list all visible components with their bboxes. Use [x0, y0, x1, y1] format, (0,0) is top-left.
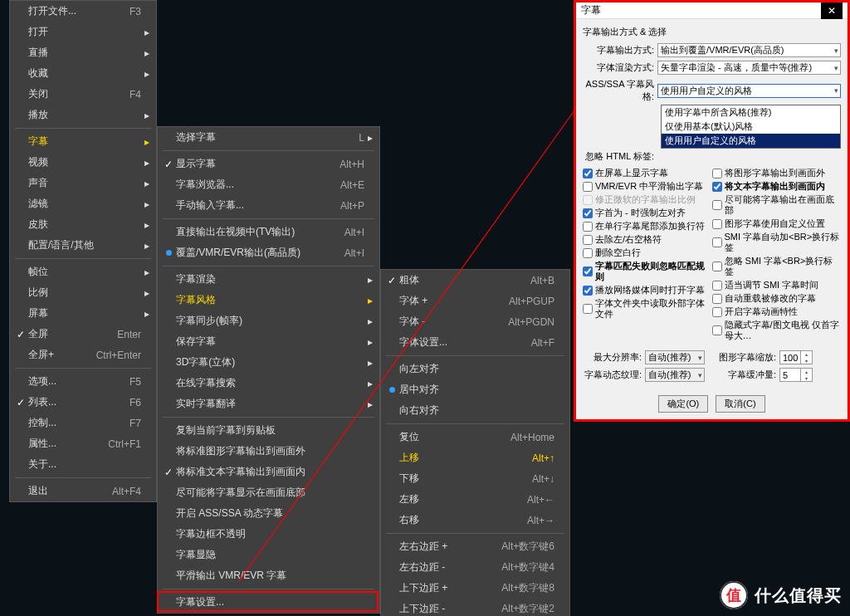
checkbox-option[interactable]: 字首为 - 时强制左对齐 [583, 208, 712, 218]
subtitle-menu-item[interactable]: 实时字幕翻译▸ [158, 394, 379, 414]
main-menu-item[interactable]: ✓列表...F6 [10, 392, 156, 413]
checkbox-option[interactable]: 尽可能将字幕输出在画面底部 [712, 194, 842, 216]
subtitle-menu-item[interactable]: ✓将标准文本字幕输出到画面内 [158, 462, 379, 482]
subtitle-menu-item[interactable]: 平滑输出 VMR/EVR 字幕 [158, 565, 379, 586]
style-menu-item[interactable]: 左右边距 -Alt+数字键4 [381, 557, 569, 578]
main-menu-item[interactable]: 比例▸ [10, 282, 156, 303]
spinner-buffer[interactable]: 5▴▾ [779, 368, 813, 382]
subtitle-menu-item[interactable]: 直接输出在视频中(TV输出)Alt+I [158, 222, 379, 242]
main-menu-item[interactable]: 滤镜▸ [10, 193, 156, 214]
checkbox-option[interactable]: 在屏幕上显示字幕 [583, 168, 712, 178]
subtitle-menu-item[interactable]: 字幕渲染▸ [158, 269, 379, 290]
checkbox-option[interactable]: 忽略 SMI 字幕<BR>换行标签 [712, 256, 842, 277]
subtitle-menu-item[interactable]: 将标准图形字幕输出到画面外 [158, 441, 379, 462]
subtitle-menu-item[interactable]: 复制当前字幕到剪贴板 [158, 420, 379, 441]
dropdown-option[interactable]: 仅使用基本(默认)风格 [662, 120, 840, 134]
main-menu-item[interactable]: 打开▸ [10, 22, 156, 42]
subtitle-menu-item[interactable]: 3D字幕(立体)▸ [158, 352, 379, 373]
subtitle-menu-item[interactable]: 选择字幕L▸ [158, 127, 379, 148]
checkbox-option[interactable]: 适当调节 SMI 字幕时间 [712, 280, 842, 291]
style-menu-item[interactable]: 居中对齐 [381, 379, 569, 400]
style-menu-item[interactable]: 上下边距 -Alt+数字键2 [381, 599, 569, 616]
subtitle-menu-item[interactable]: 字幕浏览器...Alt+E [158, 174, 379, 195]
checkbox-option[interactable]: 开启字幕动画特性 [712, 306, 842, 317]
checkbox-grid: 在屏幕上显示字幕VMR/EVR 中平滑输出字幕修正微软的字幕输出比例字首为 - … [583, 168, 841, 344]
subtitle-menu-item[interactable]: 开启 ASS/SSA 动态字幕 [158, 503, 379, 524]
select-ass-style[interactable]: 使用用户自定义的风格▾ [657, 84, 841, 98]
main-menu-item[interactable]: 全屏+Ctrl+Enter [10, 345, 156, 365]
subtitle-menu-item[interactable]: 覆盖/VMR/EVR输出(高品质)Alt+I [158, 242, 379, 263]
style-menu-item[interactable]: 左右边距 +Alt+数字键6 [381, 536, 569, 557]
subtitle-menu-item[interactable]: 手动输入字幕...Alt+P [158, 195, 379, 216]
select-output-method[interactable]: 输出到覆盖/VMR/EVR(高品质)▾ [657, 43, 841, 57]
style-menu-item[interactable]: ✓粗体Alt+B [381, 270, 569, 291]
style-menu-item[interactable]: 向右对齐 [381, 400, 569, 421]
main-menu-item[interactable]: 皮肤▸ [10, 214, 156, 235]
dropdown-ass-style-options[interactable]: 使用字幕中所含风格(推荐) 仅使用基本(默认)风格 使用用户自定义的风格 [661, 105, 841, 149]
spinner-scale[interactable]: 100▴▾ [779, 350, 813, 364]
main-menu-item[interactable]: 关于... [10, 454, 156, 475]
main-menu-item[interactable]: 打开文件...F3 [10, 1, 156, 22]
style-menu-item[interactable]: 字体 -Alt+PGDN [381, 311, 569, 332]
checkbox-option[interactable]: 自动重载被修改的字幕 [712, 293, 842, 304]
checkbox-option[interactable]: 字幕匹配失败则忽略匹配规则 [583, 261, 712, 282]
dialog-titlebar: 字幕 ✕ [576, 2, 848, 19]
row-ass-style: ASS/SSA 字幕风格: 使用用户自定义的风格▾ [583, 78, 841, 103]
dropdown-option[interactable]: 使用字幕中所含风格(推荐) [662, 105, 840, 120]
style-menu-item[interactable]: 上移Alt+↑ [381, 447, 569, 468]
main-menu-item[interactable]: 字幕▸ [10, 131, 156, 152]
checkbox-option[interactable]: 在单行字幕尾部添加换行符 [583, 221, 712, 232]
style-menu-item[interactable]: 字体 +Alt+PGUP [381, 291, 569, 311]
subtitle-menu-item[interactable]: 字幕风格▸ [158, 290, 379, 310]
style-menu-item[interactable]: 下移Alt+↓ [381, 468, 569, 489]
main-menu-item[interactable]: 控制...F7 [10, 413, 156, 433]
ok-button[interactable]: 确定(O) [658, 395, 708, 413]
subtitle-menu-item[interactable]: 保存字幕▸ [158, 331, 379, 352]
checkbox-option[interactable]: 去除左/右空格符 [583, 234, 712, 245]
dialog-section-label: 字幕输出方式 & 选择 [583, 26, 841, 38]
subtitle-menu-item[interactable]: 字幕显隐 [158, 545, 379, 565]
checkbox-option[interactable]: 将图形字幕输出到画面外 [712, 168, 842, 178]
main-menu-item[interactable]: 属性...Ctrl+F1 [10, 433, 156, 454]
main-menu-item[interactable]: ✓全屏Enter [10, 324, 156, 345]
main-menu-item[interactable]: 播放▸ [10, 105, 156, 125]
style-menu-item[interactable]: 字体设置...Alt+F [381, 332, 569, 353]
checkbox-option[interactable]: 删除空白行 [583, 247, 712, 258]
style-menu-item[interactable]: 右移Alt+→ [381, 510, 569, 530]
subtitle-menu-item[interactable]: 在线字幕搜索▸ [158, 373, 379, 394]
checkbox-option[interactable]: 将文本字幕输出到画面内 [712, 181, 842, 192]
checkbox-option[interactable]: SMI 字幕自动加<BR>换行标签 [712, 232, 842, 253]
main-menu-item[interactable]: 视频▸ [10, 152, 156, 173]
close-icon[interactable]: ✕ [821, 2, 843, 19]
checkbox-option[interactable]: 字体文件夹中读取外部字体文件 [583, 298, 712, 320]
checkbox-option[interactable]: 修正微软的字幕输出比例 [583, 194, 712, 205]
checkbox-option[interactable]: VMR/EVR 中平滑输出字幕 [583, 181, 712, 192]
main-menu-item[interactable]: 声音▸ [10, 173, 156, 193]
style-menu-item[interactable]: 上下边距 +Alt+数字键8 [381, 578, 569, 599]
style-menu-item[interactable]: 复位Alt+Home [381, 427, 569, 447]
subtitle-menu-item[interactable]: 字幕同步(帧率)▸ [158, 310, 379, 331]
select-texture[interactable]: 自动(推荐)▾ [645, 368, 705, 382]
cancel-button[interactable]: 取消(C) [716, 395, 765, 413]
main-menu-item[interactable]: 配置/语言/其他▸ [10, 235, 156, 256]
select-max-res[interactable]: 自动(推荐)▾ [645, 350, 705, 364]
main-menu-item[interactable]: 选项...F5 [10, 371, 156, 392]
main-menu-item[interactable]: 退出Alt+F4 [10, 481, 156, 501]
style-menu-item[interactable]: 左移Alt+← [381, 489, 569, 510]
style-menu-item[interactable]: 向左对齐 [381, 359, 569, 379]
main-menu-item[interactable]: 屏幕▸ [10, 303, 156, 324]
checkbox-option[interactable]: 隐藏式字幕/图文电视 仅首字母大… [712, 320, 842, 341]
subtitle-menu-item[interactable]: 尽可能将字幕显示在画面底部 [158, 482, 379, 503]
checkbox-option[interactable]: 图形字幕使用自定义位置 [712, 218, 842, 229]
main-menu-item[interactable]: 收藏▸ [10, 63, 156, 84]
main-menu-item[interactable]: 帧位▸ [10, 262, 156, 282]
select-render-method[interactable]: 矢量字串渲染 - 高速，质量中等(推荐)▾ [657, 61, 841, 75]
dropdown-option-selected[interactable]: 使用用户自定义的风格 [662, 134, 840, 148]
main-menu-item[interactable]: 关闭F4 [10, 84, 156, 105]
subtitle-menu-item[interactable]: ✓显示字幕Alt+H [158, 154, 379, 174]
checkbox-option[interactable]: 播放网络媒体同时打开字幕 [583, 285, 712, 296]
main-menu-item[interactable]: 直播▸ [10, 42, 156, 63]
subtitle-menu-item[interactable]: 字幕边框不透明 [158, 524, 379, 545]
subtitle-menu-item[interactable]: 字幕设置... [158, 592, 379, 613]
subtitle-settings-dialog: 字幕 ✕ 字幕输出方式 & 选择 字幕输出方式: 输出到覆盖/VMR/EVR(高… [574, 0, 850, 422]
